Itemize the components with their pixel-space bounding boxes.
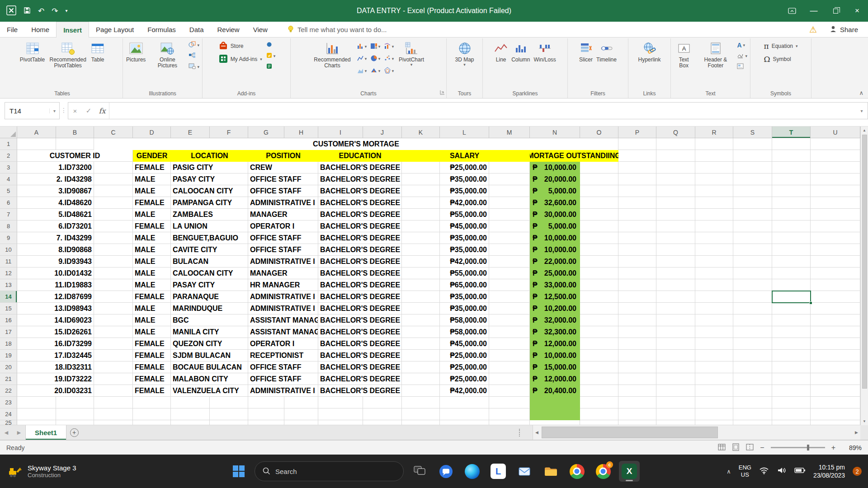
cell-mortgage[interactable]: ₱20,000.00 [530, 174, 580, 185]
cell[interactable] [695, 185, 733, 197]
cell[interactable] [772, 420, 811, 425]
cell[interactable] [695, 385, 733, 397]
cell[interactable] [94, 232, 133, 244]
zoom-slider-handle[interactable] [807, 445, 809, 450]
cell-customer-id[interactable]: 2. ID43298 [17, 174, 94, 185]
cell-mortgage[interactable]: ₱5,000.00 [530, 221, 580, 232]
cell[interactable] [618, 291, 656, 303]
wifi-icon[interactable] [759, 466, 769, 476]
row-header-24[interactable]: 24 [0, 408, 17, 420]
row-header-22[interactable]: 22 [0, 385, 17, 397]
cell[interactable] [580, 326, 618, 338]
cell[interactable] [811, 209, 860, 221]
cell-location[interactable]: MALABON CITY [171, 373, 248, 385]
cell[interactable] [489, 209, 530, 221]
cell[interactable] [618, 350, 656, 361]
redo-button[interactable]: ↷ [52, 7, 58, 15]
column-header-O[interactable]: O [580, 127, 618, 138]
cell[interactable] [489, 314, 530, 326]
cell[interactable] [811, 185, 860, 197]
row-header-19[interactable]: 19 [0, 350, 17, 361]
cell[interactable] [489, 385, 530, 397]
cell[interactable] [402, 244, 440, 256]
cell-education[interactable]: BACHELOR'S DEGREE [318, 185, 402, 197]
cell[interactable] [695, 420, 733, 425]
cell[interactable] [618, 420, 656, 425]
cell[interactable] [772, 397, 811, 408]
row-header-12[interactable]: 12 [0, 267, 17, 279]
cell[interactable] [772, 350, 811, 361]
page-break-view-button[interactable] [746, 443, 754, 452]
pictures-button[interactable]: Pictures [124, 38, 147, 89]
insert-column-chart-button[interactable]: ▾ [355, 41, 368, 52]
cell[interactable] [695, 209, 733, 221]
cell-salary[interactable]: ₱58,000.00 [440, 326, 489, 338]
cell[interactable] [772, 279, 811, 291]
cell-position[interactable]: MANAGER [248, 267, 318, 279]
restore-button[interactable] [825, 0, 846, 22]
cell[interactable] [94, 326, 133, 338]
cell[interactable] [695, 232, 733, 244]
cell-customer-id[interactable]: 17.ID32445 [17, 350, 94, 361]
cell-gender[interactable]: FEMALE [133, 221, 171, 232]
horizontal-scroll-track[interactable] [541, 425, 853, 440]
cell-salary[interactable]: ₱55,000.00 [440, 209, 489, 221]
online-pictures-button[interactable]: Online Pictures [147, 38, 187, 89]
cell[interactable] [656, 361, 695, 373]
cell[interactable] [402, 397, 440, 408]
cell-gender[interactable]: MALE [133, 232, 171, 244]
cell[interactable] [618, 314, 656, 326]
cell[interactable] [402, 420, 440, 425]
horizontal-scroll-thumb[interactable] [542, 427, 718, 438]
cell[interactable] [489, 291, 530, 303]
cell-position[interactable]: OFFICE STAFF [248, 232, 318, 244]
cell[interactable] [489, 397, 530, 408]
cell[interactable] [772, 256, 811, 267]
cell-gender[interactable]: MALE [133, 174, 171, 185]
cell[interactable] [489, 162, 530, 174]
cell[interactable] [733, 361, 772, 373]
cell-mortgage[interactable]: ₱25,000.00 [530, 267, 580, 279]
symbol-button[interactable]: Ω Symbol [761, 54, 800, 65]
cell[interactable] [402, 338, 440, 350]
cell-salary[interactable]: ₱25,000.00 [440, 373, 489, 385]
cell[interactable] [772, 232, 811, 244]
cell-gender[interactable]: MALE [133, 303, 171, 314]
cell[interactable] [656, 326, 695, 338]
cell[interactable] [733, 397, 772, 408]
cell-education[interactable]: BACHELOR'S DEGREE [318, 197, 402, 209]
column-header-S[interactable]: S [733, 127, 772, 138]
cell-customer-id[interactable]: 7. ID43299 [17, 232, 94, 244]
screenshot-button[interactable]: ▾ [187, 62, 201, 71]
cell-location[interactable]: CALOOCAN CITY [171, 185, 248, 197]
cell[interactable] [402, 209, 440, 221]
tab-page-layout[interactable]: Page Layout [89, 22, 141, 37]
store-button[interactable]: Store [216, 41, 265, 52]
cell[interactable] [656, 138, 695, 150]
cell[interactable] [489, 420, 530, 425]
cell-mortgage[interactable]: ₱33,000.00 [530, 279, 580, 291]
cell[interactable] [580, 232, 618, 244]
cell[interactable] [17, 408, 56, 420]
cell[interactable] [402, 326, 440, 338]
cell[interactable] [733, 232, 772, 244]
addin-recent-1[interactable] [265, 41, 277, 50]
cell-location[interactable]: BOCAUE BULACAN [171, 361, 248, 373]
cell[interactable] [580, 291, 618, 303]
cell[interactable] [580, 244, 618, 256]
row-header-14[interactable]: 14 [0, 291, 17, 303]
collapse-ribbon-button[interactable]: ∧ [859, 89, 863, 96]
cell[interactable] [811, 256, 860, 267]
cell-location[interactable]: QUEZON CITY [171, 338, 248, 350]
cell-salary[interactable]: ₱35,000.00 [440, 232, 489, 244]
cell[interactable] [733, 174, 772, 185]
cell-location[interactable]: PASAY CITY [171, 279, 248, 291]
cell[interactable] [580, 303, 618, 314]
cell-education[interactable]: BACHELOR'S DEGREE [318, 256, 402, 267]
tell-me-box[interactable]: Tell me what you want to do... [287, 22, 387, 37]
cell-position[interactable]: OFFICE STAFF [248, 185, 318, 197]
cell[interactable] [618, 408, 656, 420]
cell[interactable] [772, 221, 811, 232]
cell[interactable] [811, 221, 860, 232]
cell[interactable] [656, 291, 695, 303]
